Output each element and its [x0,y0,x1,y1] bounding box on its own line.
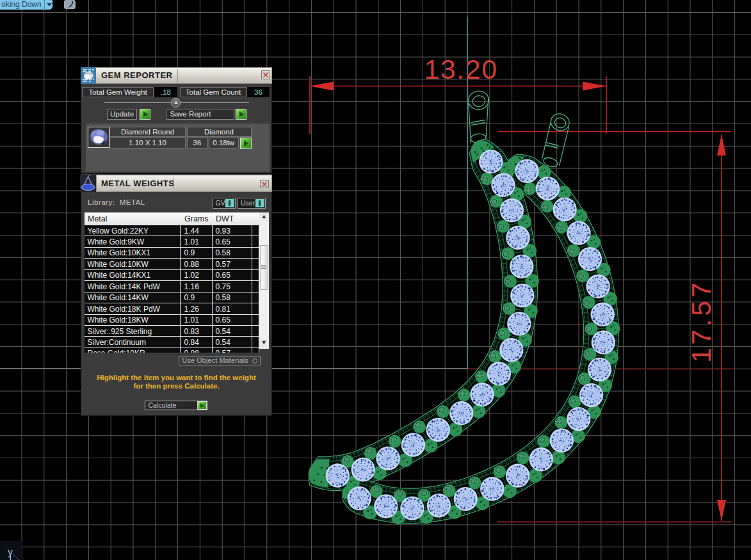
svg-text:13.20: 13.20 [424,54,497,84]
svg-text:17.57: 17.57 [686,280,716,363]
